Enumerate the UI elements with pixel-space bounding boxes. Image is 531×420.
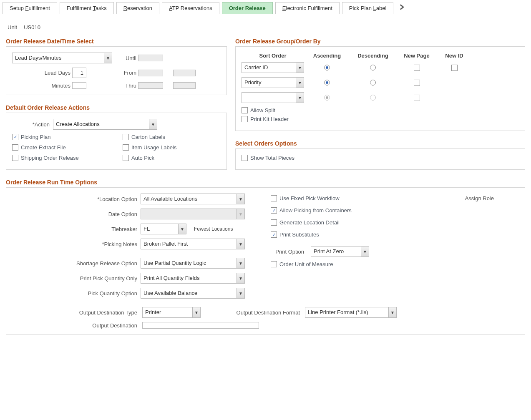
- unit-label: Unit: [8, 24, 17, 30]
- tab-order-release[interactable]: Order Release: [222, 2, 273, 14]
- action-select[interactable]: Create Allocations ▼: [53, 119, 157, 130]
- section-title-group-orderby: Order Release Group/Order By: [235, 38, 525, 45]
- radio-ascending[interactable]: [324, 80, 330, 86]
- assign-role-link[interactable]: Assign Role: [465, 195, 494, 201]
- out-type-label: Output Destination Type: [12, 309, 139, 316]
- radio-ascending: [324, 95, 330, 101]
- chevron-down-icon: ▼: [237, 194, 244, 204]
- chevron-down-icon: ▼: [296, 93, 304, 103]
- section-title-select-orders: Select Orders Options: [235, 140, 525, 147]
- panel-datetime: Lead Days/Minutes ▼ Until Lead Days 1 Fr…: [6, 46, 227, 95]
- tiebreaker-select[interactable]: FL▼: [141, 224, 186, 234]
- shortage-label: Shortage Release Option: [12, 260, 141, 267]
- sort-order-select[interactable]: Priority▼: [242, 77, 304, 88]
- print-option-label: Print Option: [271, 249, 307, 255]
- tab-fulfillment-tasks[interactable]: Fulfillment Tasks: [60, 2, 114, 14]
- date-option-select: ▼: [141, 209, 245, 219]
- cb-shipping-order-release[interactable]: Shipping Order Release: [12, 155, 110, 161]
- cb-new-page: [414, 95, 420, 101]
- panel-default-actions: *Action Create Allocations ▼ ✓Picking Pl…: [6, 113, 227, 170]
- cb-gen-loc-detail[interactable]: Generate Location Detail: [271, 219, 519, 226]
- cb-show-total-pieces[interactable]: Show Total Pieces: [242, 155, 519, 161]
- tab-pick-plan-label[interactable]: Pick Plan Label: [342, 2, 394, 14]
- location-option-select[interactable]: All Available Locations▼: [141, 194, 245, 204]
- chevron-down-icon: ▼: [104, 53, 112, 63]
- cb-new-page[interactable]: [414, 65, 420, 71]
- chevron-down-icon: ▼: [237, 258, 244, 268]
- chevron-down-icon: ▼: [237, 273, 244, 283]
- col-new-page: New Page: [396, 53, 438, 59]
- tiebreaker-hint: Fewest Locations: [194, 226, 233, 232]
- panel-select-orders: Show Total Pieces: [235, 148, 525, 170]
- sort-order-select[interactable]: ▼: [242, 92, 304, 103]
- tab-setup-fulfillment[interactable]: Setup Fulfillment: [3, 2, 57, 14]
- radio-ascending[interactable]: [324, 65, 330, 70]
- shortage-select[interactable]: Use Partial Quantity Logic▼: [141, 258, 245, 269]
- cb-new-id[interactable]: [451, 65, 458, 71]
- pick-qty-opt-label: Pick Quantity Option: [12, 290, 141, 297]
- chevron-down-icon: ▼: [388, 307, 396, 317]
- cb-order-uom[interactable]: Order Unit of Measure: [271, 261, 519, 267]
- section-title-runtime: Order Release Run Time Options: [6, 179, 525, 186]
- cb-create-extract-file[interactable]: Create Extract File: [12, 144, 110, 151]
- cb-print-kit-header[interactable]: Print Kit Header: [242, 116, 519, 122]
- tab-atp-reservations[interactable]: ATP Reservations: [162, 2, 219, 14]
- minutes-label: Minutes: [12, 83, 70, 89]
- col-sort-order: Sort Order: [242, 53, 304, 59]
- out-format-select[interactable]: Line Printer Format (*.lis)▼: [305, 307, 397, 318]
- chevron-down-icon: ▼: [361, 246, 369, 257]
- thru-time-field: [173, 82, 196, 89]
- radio-descending[interactable]: [370, 80, 376, 86]
- chevron-down-icon: ▼: [237, 288, 244, 298]
- tiebreaker-label: Tiebreaker: [12, 226, 141, 232]
- picking-notes-select[interactable]: Broken Pallet First▼: [141, 239, 245, 249]
- radio-descending[interactable]: [370, 65, 376, 70]
- tab-reservation[interactable]: Reservation: [116, 2, 159, 14]
- picking-notes-label: *Picking Notes: [12, 241, 141, 247]
- cb-print-subs[interactable]: ✓Print Substitutes: [271, 231, 519, 238]
- from-time-field: [173, 70, 196, 76]
- cb-item-usage-labels[interactable]: Item Usage Labels: [123, 144, 221, 151]
- group-row: Priority▼: [242, 77, 519, 88]
- from-label: From: [111, 70, 136, 76]
- cb-carton-labels[interactable]: Carton Labels: [123, 134, 221, 140]
- print-pick-qty-select[interactable]: Print All Quantity Fields▼: [141, 273, 245, 284]
- sort-order-select[interactable]: Carrier ID▼: [242, 62, 304, 73]
- cb-use-fixed-pick[interactable]: Use Fixed Pick Workflow: [271, 195, 340, 201]
- thru-label: Thru: [111, 83, 136, 89]
- cb-allow-split[interactable]: Allow Split: [242, 107, 519, 113]
- minutes-input[interactable]: [72, 82, 86, 89]
- radio-descending: [370, 95, 376, 101]
- chevron-down-icon: ▼: [237, 209, 244, 219]
- chevron-down-icon: ▼: [296, 63, 304, 73]
- chevron-down-icon: ▼: [178, 224, 186, 234]
- out-dest-input[interactable]: [142, 322, 259, 329]
- panel-group-orderby: Sort Order Ascending Descending New Page…: [235, 46, 525, 131]
- cb-picking-plan[interactable]: ✓Picking Plan: [12, 134, 110, 140]
- out-type-select[interactable]: Printer▼: [142, 307, 201, 318]
- thru-date-field: [138, 82, 163, 89]
- chevron-right-icon: [399, 4, 405, 10]
- unit-value: US010: [24, 24, 40, 30]
- date-option-label: Date Option: [12, 211, 141, 217]
- cb-allow-containers[interactable]: ✓Allow Picking from Containers: [271, 207, 519, 214]
- pick-qty-opt-select[interactable]: Use Available Balance▼: [141, 288, 245, 299]
- tabs-scroll-right[interactable]: [396, 2, 408, 14]
- section-title-default-actions: Default Order Release Actions: [6, 104, 227, 111]
- location-option-label: *Location Option: [12, 196, 141, 202]
- group-row: ▼: [242, 92, 519, 103]
- out-format-label: Output Destination Format: [204, 309, 302, 316]
- cb-new-page[interactable]: [414, 80, 420, 86]
- lead-days-input[interactable]: 1: [72, 68, 86, 78]
- action-label: *Action: [12, 121, 53, 128]
- lead-days-label: Lead Days: [12, 70, 70, 76]
- print-option-select[interactable]: Print At Zero▼: [311, 246, 369, 257]
- tab-electronic-fulfillment[interactable]: Electronic Fulfillment: [275, 2, 340, 14]
- chevron-down-icon: ▼: [296, 78, 304, 88]
- chevron-down-icon: ▼: [149, 119, 157, 129]
- datetime-mode-select[interactable]: Lead Days/Minutes ▼: [12, 53, 112, 63]
- cb-auto-pick[interactable]: Auto Pick: [123, 155, 221, 161]
- until-label: Until: [111, 55, 136, 61]
- chevron-down-icon: ▼: [192, 307, 200, 317]
- from-date-field: [138, 70, 163, 76]
